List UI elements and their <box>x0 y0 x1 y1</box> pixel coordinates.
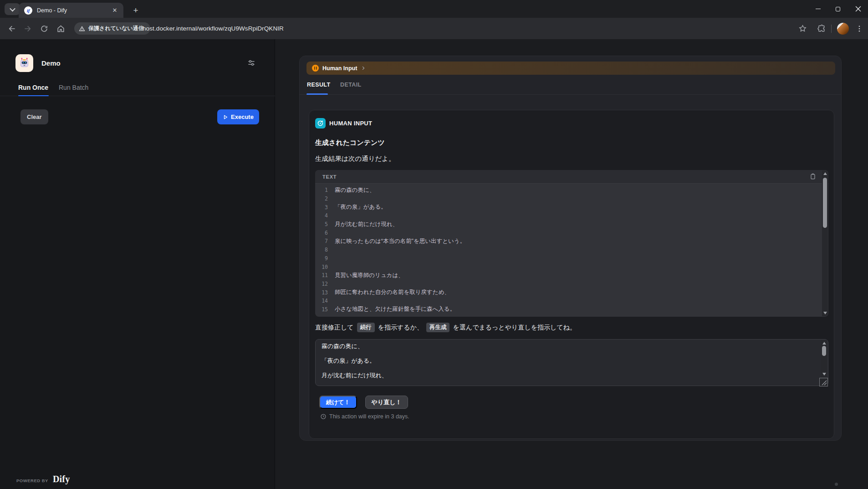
code-line: 7泉に映ったものは“本当の名前”を思い出すという。 <box>315 237 822 246</box>
forward-icon <box>24 24 32 33</box>
tab-search-button[interactable] <box>5 3 20 15</box>
run-mode-tabs: Run Once Run Batch <box>0 84 275 96</box>
powered-by: POWERED BY Dify <box>16 474 70 484</box>
editor-scrollbar[interactable] <box>821 340 827 377</box>
tab-result[interactable]: RESULT <box>307 82 330 88</box>
intro-text: 生成結果は次の通りだよ。 <box>315 154 395 163</box>
code-scrollbar[interactable] <box>822 170 828 316</box>
new-tab-button[interactable]: + <box>129 4 142 17</box>
play-icon <box>223 114 228 120</box>
browser-toolbar: 保護されていない通信 host.docker.internal/workflow… <box>0 18 868 39</box>
tab-title: Demo - Dify <box>37 7 111 14</box>
back-button[interactable] <box>7 24 16 33</box>
toolbar-divider <box>831 25 832 33</box>
scroll-up-icon[interactable] <box>822 342 826 345</box>
extensions-button[interactable] <box>817 24 826 33</box>
minimize-icon <box>816 9 821 9</box>
chevron-down-icon <box>10 5 15 11</box>
code-line: 1霧の森の奥に、 <box>315 186 822 195</box>
browser-tab[interactable]: if Demo - Dify ✕ <box>19 3 123 18</box>
code-lines: 1霧の森の奥に、23「夜の泉」がある。45月が沈む前にだけ現れ、67泉に映ったも… <box>315 184 822 317</box>
code-line: 12 <box>315 280 822 288</box>
result-tabs: RESULT DETAIL <box>300 78 841 95</box>
execute-button[interactable]: Execute <box>217 109 259 124</box>
regenerate-badge: 再生成 <box>426 323 450 332</box>
maximize-button[interactable] <box>828 0 848 18</box>
code-line: 3「夜の泉」がある。 <box>315 203 822 211</box>
menu-button[interactable] <box>855 25 863 33</box>
copy-button[interactable] <box>809 173 817 181</box>
human-input-node-icon <box>312 65 319 72</box>
code-line: 6 <box>315 228 822 237</box>
scroll-indicator-dot <box>835 483 838 486</box>
code-line: 13師匠に奪われた自分の名前を取り戻すため、 <box>315 288 822 297</box>
tab-close-icon[interactable]: ✕ <box>111 6 119 15</box>
dify-favicon-icon: if <box>24 6 32 15</box>
scroll-thumb[interactable] <box>822 346 826 356</box>
app-icon <box>15 54 33 72</box>
section-title: 生成されたコンテンツ <box>315 139 385 147</box>
kebab-menu-icon <box>855 25 863 33</box>
generated-text-block: TEXT 1霧の森の奥に、23「夜の泉」がある。45月が沈む前にだけ現れ、67泉… <box>315 170 828 317</box>
human-input-card: HUMAN INPUT 生成されたコンテンツ 生成結果は次の通りだよ。 TEXT… <box>309 110 834 439</box>
clear-button[interactable]: Clear <box>20 109 48 124</box>
maximize-icon <box>836 7 840 11</box>
chevron-right-icon <box>361 66 366 71</box>
node-label: Human Input <box>322 65 357 72</box>
browser-titlebar: if Demo - Dify ✕ + <box>0 0 868 18</box>
continue-badge: 続行 <box>357 323 375 332</box>
expire-note: This action will expire in 3 days. <box>320 413 409 420</box>
code-line: 8 <box>315 246 822 254</box>
run-sidebar: Demo Run Once Run Batch Clear Execute PO… <box>0 39 275 489</box>
app-name: Demo <box>41 59 61 67</box>
sliders-icon <box>247 58 256 67</box>
bookmark-star-button[interactable] <box>798 24 807 33</box>
tab-detail[interactable]: DETAIL <box>340 82 362 88</box>
code-line: 14 <box>315 297 822 305</box>
close-button[interactable] <box>848 0 868 18</box>
url-text[interactable]: host.docker.internal/workflow/zqU9WsRpiD… <box>143 18 284 39</box>
continue-button[interactable]: 続けて！ <box>319 396 357 409</box>
scroll-down-icon[interactable] <box>822 373 826 376</box>
scroll-down-icon[interactable] <box>823 312 827 314</box>
scroll-thumb[interactable] <box>823 178 827 228</box>
robot-icon <box>18 57 31 69</box>
window-controls <box>808 0 868 18</box>
code-line: 11見習い魔導師のリュカは、 <box>315 271 822 280</box>
powered-by-label: POWERED BY <box>16 478 48 483</box>
forward-button[interactable] <box>24 24 32 33</box>
node-banner[interactable]: Human Input <box>306 62 835 75</box>
clock-icon <box>320 413 327 420</box>
star-icon <box>798 24 807 33</box>
code-line: 2 <box>315 195 822 203</box>
code-line: 5月が沈む前にだけ現れ、 <box>315 220 822 229</box>
security-chip[interactable]: 保護されていない通信 <box>74 22 150 35</box>
code-line: 4 <box>315 211 822 220</box>
redo-button[interactable]: やり直し！ <box>365 396 408 409</box>
home-button[interactable] <box>56 24 65 33</box>
security-label: 保護されていない通信 <box>88 25 144 32</box>
dify-logo[interactable]: Dify <box>53 474 70 484</box>
card-title: HUMAN INPUT <box>329 120 372 127</box>
puzzle-icon <box>817 24 826 33</box>
code-line: 15小さな地図と、欠けた羅針盤を手に森へ入る。 <box>315 305 822 314</box>
instruction-text: 直接修正して 続行 を指示するか、 再生成 を選んでまるっとやり直しを指示してね… <box>315 323 576 332</box>
run-settings-button[interactable] <box>247 58 257 68</box>
tab-run-once[interactable]: Run Once <box>18 84 48 91</box>
close-icon <box>855 6 861 12</box>
active-tab-underline <box>18 95 49 96</box>
active-tab-underline <box>306 93 328 95</box>
resize-grip[interactable] <box>819 378 828 386</box>
human-input-icon <box>315 118 326 129</box>
run-result-panel: Human Input RESULT DETAIL HUMAN INPUT 生成… <box>299 56 842 441</box>
code-block-header: TEXT <box>315 170 828 184</box>
reload-button[interactable] <box>40 25 48 33</box>
page-body: Demo Run Once Run Batch Clear Execute PO… <box>0 39 868 489</box>
reload-icon <box>40 25 48 33</box>
minimize-button[interactable] <box>808 0 828 18</box>
scroll-up-icon[interactable] <box>823 172 827 175</box>
profile-avatar[interactable] <box>837 23 849 35</box>
tab-run-batch[interactable]: Run Batch <box>59 84 88 91</box>
clipboard-icon <box>809 173 817 180</box>
content-editor[interactable] <box>315 339 828 386</box>
